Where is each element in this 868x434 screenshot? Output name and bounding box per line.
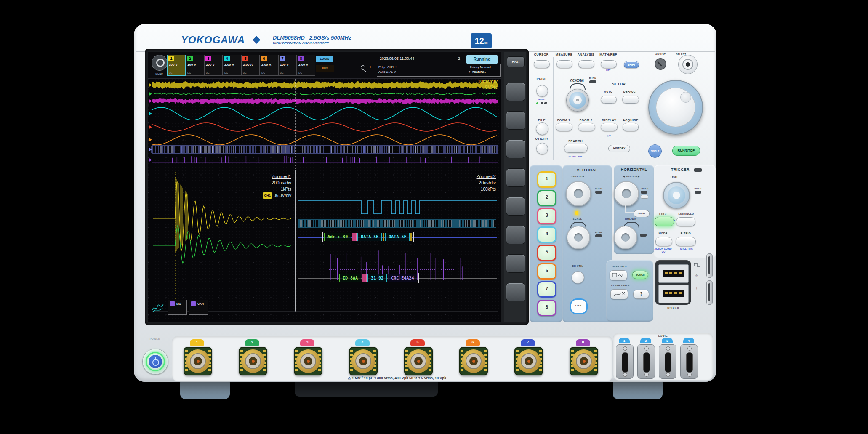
channel-display-4[interactable]: 42.00 ADC (223, 55, 241, 76)
channel-1-button[interactable]: 1 (537, 171, 556, 188)
btrig-button[interactable] (676, 237, 696, 246)
logic-badge[interactable]: LOGIC (316, 56, 333, 62)
channel-3-button[interactable]: 3 (537, 208, 556, 224)
bnc-input-5[interactable] (404, 347, 433, 375)
softkey-5[interactable] (506, 197, 525, 216)
snapshot-button[interactable] (610, 270, 627, 280)
enhanced-button[interactable] (676, 217, 695, 226)
default-button[interactable] (622, 96, 639, 104)
bnc-tab-4: 4 (355, 339, 370, 346)
channel-coupling: DC (280, 72, 284, 74)
vertical-scale-knob[interactable] (567, 226, 590, 249)
edge-label: EDGE (659, 213, 668, 216)
softkey-2[interactable] (506, 111, 525, 130)
menu-button[interactable] (152, 55, 168, 71)
channel-8-button[interactable]: 8 (537, 300, 556, 316)
power-button[interactable] (142, 349, 168, 375)
auto-button[interactable] (601, 96, 617, 104)
acquire-button[interactable] (623, 123, 639, 131)
usb-port-1[interactable] (658, 264, 689, 283)
timediv-knob[interactable] (614, 226, 637, 249)
trigger-level-knob[interactable] (663, 182, 690, 209)
channel-value: 2.00 A (261, 63, 271, 67)
logic-port-1[interactable] (616, 344, 634, 379)
softkey-6[interactable] (506, 226, 525, 244)
zoom-factor-indicator: 1 (361, 64, 371, 72)
channel-5-button[interactable]: 5 (537, 245, 556, 261)
edge-button[interactable] (655, 217, 674, 226)
logic-button[interactable]: LOGIC (570, 298, 588, 314)
channel-display-5[interactable]: 52.00 ADC (241, 55, 260, 76)
shift-button[interactable]: SHIFT (624, 61, 639, 68)
ch-util-button[interactable] (572, 271, 584, 284)
zoom-knob[interactable] (566, 89, 589, 112)
btrig-sub: FORCE TRIG (677, 248, 694, 250)
channel-coupling: DC (187, 72, 191, 74)
mathref-button[interactable] (601, 60, 617, 68)
clear-trace-button[interactable] (610, 289, 628, 299)
search-button[interactable] (564, 144, 588, 153)
zoom1-label: ZOOM 1 (557, 118, 570, 122)
channel-6-button[interactable]: 6 (537, 263, 556, 280)
channel-7-button[interactable]: 7 (537, 281, 556, 298)
bnc-input-8[interactable] (570, 347, 598, 375)
warning-icon: ⚠ (695, 273, 698, 278)
softkey-4[interactable] (506, 168, 525, 187)
zoom2-button[interactable] (578, 123, 595, 131)
usb-port-2[interactable] (658, 285, 689, 303)
tab-can[interactable]: CAN (189, 300, 208, 315)
touch-button[interactable]: TOUCH (632, 271, 648, 279)
esc-button[interactable]: ESC (507, 56, 525, 67)
logic-port-4[interactable] (680, 344, 698, 379)
softkey-1[interactable] (506, 83, 525, 101)
logic-port-2[interactable] (637, 344, 655, 379)
analysis-button[interactable] (578, 60, 594, 68)
bus-badge[interactable]: BUS (316, 65, 334, 72)
channel-2-button[interactable]: 2 (537, 190, 556, 206)
display-sub: X-Y (607, 135, 610, 138)
channel-4-button[interactable]: 4 (537, 226, 556, 243)
single-button[interactable]: SINGLE (648, 144, 662, 158)
bnc-input-7[interactable] (514, 347, 543, 375)
file-button[interactable] (536, 122, 548, 135)
softkey-column: ESC (504, 52, 526, 322)
channel-display-2[interactable]: 2100 VDC (186, 55, 204, 76)
vertical-position-knob[interactable] (566, 181, 591, 206)
bnc-input-1[interactable] (184, 347, 212, 375)
mode-button[interactable] (655, 237, 672, 246)
screen[interactable]: MENU LOGIC BUS 1100 VDC2100 VDC3200 VDC4… (148, 52, 501, 322)
can-data: 31 92 (367, 274, 387, 282)
bnc-input-3[interactable] (294, 347, 322, 375)
channel-display-3[interactable]: 3200 VDC (204, 55, 223, 76)
channel-display-8[interactable]: 82.00 VDC (297, 55, 315, 76)
display-button[interactable] (601, 123, 618, 131)
select-knob[interactable] (678, 55, 698, 74)
softkey-8[interactable] (506, 283, 525, 301)
tab-i2c[interactable]: I2C (168, 300, 187, 315)
horizontal-position-knob[interactable] (614, 181, 639, 206)
channel-color-chip: 1 (168, 56, 174, 61)
bnc-input-6[interactable] (459, 347, 488, 375)
utility-button[interactable] (536, 143, 548, 154)
print-button[interactable] (536, 85, 548, 97)
channel-coupling: DC (206, 72, 210, 74)
channel-display-1[interactable]: 1100 VDC (167, 55, 186, 76)
softkey-7[interactable] (506, 254, 525, 273)
channel-display-7[interactable]: 7100 VDC (278, 55, 297, 76)
zoom2-annotation: Zoomed2 20us/div 100kPts (418, 173, 496, 192)
adjust-screw[interactable] (655, 58, 666, 70)
zoom1-button[interactable] (556, 123, 572, 131)
softkey-3[interactable] (506, 140, 525, 158)
help-button[interactable]: ? (633, 290, 649, 299)
run-stop-button[interactable]: RUN/STOP (672, 146, 700, 156)
measure-button[interactable] (556, 60, 572, 68)
logic-port-3[interactable] (659, 344, 676, 379)
channel-coupling: DC (169, 72, 173, 74)
jog-shuttle-knob[interactable] (648, 80, 703, 135)
delay-button[interactable]: DELAY (634, 210, 650, 217)
bnc-input-4[interactable] (349, 347, 378, 375)
channel-display-6[interactable]: 62.00 ADC (260, 55, 278, 76)
history-button[interactable]: HISTORY (608, 145, 630, 152)
cursor-button[interactable] (534, 60, 550, 68)
bnc-input-2[interactable] (239, 347, 267, 375)
